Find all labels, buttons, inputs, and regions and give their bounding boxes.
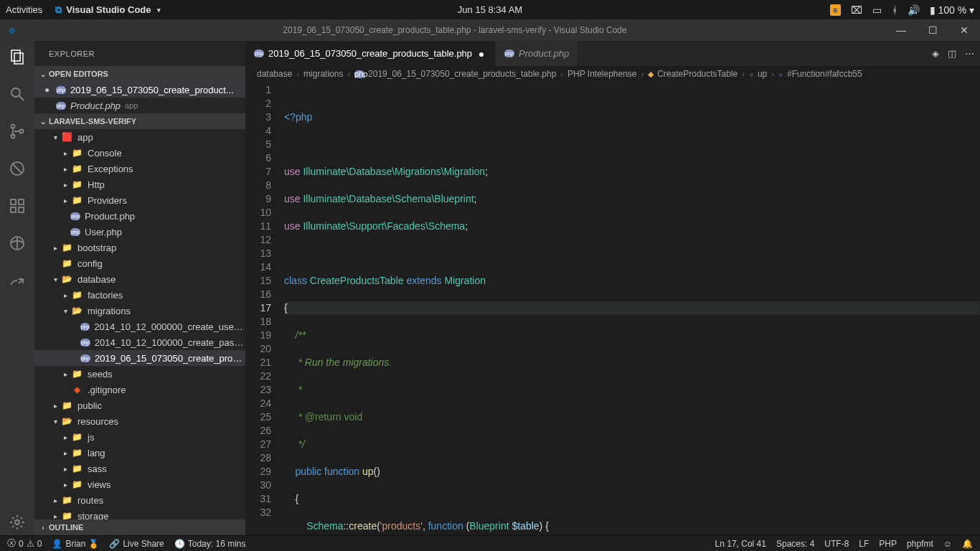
file-tree-item[interactable]: ▸📁routes [34,492,245,508]
chevron-icon: ▸ [60,291,70,299]
window-titlebar: ⟐ 2019_06_15_073050_create_products_tabl… [0,19,980,41]
status-liveshare[interactable]: 🔗Live Share [109,539,164,549]
file-tree-item[interactable]: 📁config [34,255,245,271]
svg-point-14 [15,520,19,524]
folder-icon: 📁 [60,511,73,519]
file-tree-item[interactable]: ▸📁sass [34,461,245,476]
file-tree-item[interactable]: ▸📁seeds [34,366,245,382]
chevron-icon: ▾ [50,276,60,283]
project-section-header[interactable]: ⌄ LARAVEL-SMS-VERIFY [34,113,245,129]
svg-rect-12 [19,199,24,204]
gnome-clock[interactable]: Jun 15 8:34 AM [458,4,522,15]
breadcrumb-item[interactable]: #Function#fafccb55 [787,69,862,79]
scm-activity-icon[interactable] [9,123,26,144]
split-editor-icon[interactable]: ◫ [948,48,956,59]
file-tree-item[interactable]: php2014_10_12_000000_create_users... [34,319,245,334]
code-editor[interactable]: 1234567891011121314151617181920212223242… [245,82,980,535]
file-tree-item[interactable]: ▾🟥app [34,129,245,145]
tree-item-label: 2019_06_15_073050_create_prod... [95,353,245,364]
file-tree-item[interactable]: ▸📁views [34,476,245,492]
status-language[interactable]: PHP [879,539,897,549]
outline-section-header[interactable]: › OUTLINE [34,519,245,535]
battery-icon[interactable]: ▮ 100 % ▾ [930,4,974,16]
section-label: OPEN EDITORS [49,70,108,78]
status-user[interactable]: 👤Brian 🏅 [52,539,99,549]
status-problems[interactable]: ⓧ 0 ⚠ 0 [7,537,42,550]
file-tree-item[interactable]: ▸📁storage [34,508,245,519]
file-tree-item[interactable]: php2019_06_15_073050_create_prod... [34,350,245,366]
php-file-icon: php [56,86,66,94]
status-feedback-icon[interactable]: ☺ [943,539,952,549]
vscode-icon: ⧉ [55,4,62,16]
file-tree-item[interactable]: ▸📁Console [34,145,245,161]
status-cursor-pos[interactable]: Ln 17, Col 41 [715,539,766,549]
breadcrumb-item[interactable]: PHP Intelephense [567,69,637,79]
chevron-icon: ▾ [50,133,60,141]
status-encoding[interactable]: UTF-8 [824,539,849,549]
compare-changes-icon[interactable]: ◈ [932,48,939,59]
file-tree-item[interactable]: ▸📁Http [34,176,245,192]
breadcrumb-item[interactable]: 2019_06_15_073050_create_products_table.… [368,69,556,79]
status-bell-icon[interactable]: 🔔 [962,539,973,549]
tree-item-label: User.php [85,227,122,237]
open-editor-item[interactable]: php Product.php app [34,98,245,113]
remote-activity-icon[interactable] [9,235,26,256]
folder-icon: 📁 [70,290,83,300]
file-tree-item[interactable]: ▸📁public [34,397,245,413]
tree-item-label: config [77,258,103,269]
open-editor-item[interactable]: ● php 2019_06_15_073050_create_product..… [34,82,245,98]
more-actions-icon[interactable]: ⋯ [965,48,974,59]
php-icon: php [80,339,90,347]
sidebar-title: EXPLORER [34,41,245,66]
explorer-activity-icon[interactable] [9,48,26,70]
class-icon: ◆ [648,70,654,79]
status-indentation[interactable]: Spaces: 4 [776,539,814,549]
breadcrumb-item[interactable]: database [257,69,292,79]
volume-icon[interactable]: 🔊 [908,4,920,16]
file-tree-item[interactable]: ▸📁Exceptions [34,161,245,176]
file-tree-item[interactable]: ▾📂resources [34,413,245,429]
indicator-icon[interactable]: ≡ [830,4,840,16]
file-tree-item[interactable]: ◆.gitignore [34,382,245,397]
file-tree-item[interactable]: ▸📁bootstrap [34,240,245,255]
file-tree-item[interactable]: ▾📂migrations [34,303,245,319]
window-maximize-button[interactable]: ☐ [917,24,948,36]
open-editors-section-header[interactable]: ⌄ OPEN EDITORS [34,66,245,82]
extensions-activity-icon[interactable] [9,197,26,219]
file-tree-item[interactable]: ▸📁Providers [34,192,245,208]
code-lines[interactable]: <?php use Illuminate\Database\Migrations… [284,82,980,535]
liveshare-activity-icon[interactable] [9,272,26,293]
file-tree-item[interactable]: ▸📁js [34,429,245,445]
php-file-icon: php [354,70,364,78]
status-eol[interactable]: LF [859,539,869,549]
editor-tab[interactable]: php Product.php [496,41,578,66]
bluetooth-icon[interactable]: ᚼ [892,4,897,16]
file-tree-item[interactable]: phpUser.php [34,224,245,240]
file-tree-item[interactable]: ▸📁lang [34,445,245,461]
folder-open-icon: 📂 [70,306,83,316]
gnome-activities[interactable]: Activities [6,4,42,15]
screen-icon[interactable]: ▭ [872,4,882,16]
keyboard-icon[interactable]: ⌧ [851,4,862,16]
window-close-button[interactable]: ✕ [948,24,980,36]
method-icon: ⬦ [749,70,754,78]
file-tree-item[interactable]: phpProduct.php [34,208,245,224]
status-wakatime[interactable]: 🕓Today: 16 mins [174,539,246,549]
settings-activity-icon[interactable] [9,514,26,535]
window-minimize-button[interactable]: — [885,24,917,36]
breadcrumb-item[interactable]: migrations [303,69,343,79]
search-activity-icon[interactable] [9,85,26,107]
tab-dirty-icon[interactable]: ● [476,48,486,60]
file-tree-item[interactable]: ▾📂database [34,271,245,287]
gnome-current-app[interactable]: ⧉ Visual Studio Code ▾ [55,4,160,16]
file-tree-item[interactable]: ▸📁factories [34,287,245,303]
breadcrumbs[interactable]: database› migrations› php2019_06_15_0730… [245,66,980,82]
breadcrumb-item[interactable]: CreateProductsTable [657,69,738,79]
status-formatter[interactable]: phpfmt [907,539,933,549]
debug-activity-icon[interactable] [9,160,26,182]
sidebar-explorer: EXPLORER ⌄ OPEN EDITORS ● php 2019_06_15… [34,41,245,535]
file-tree-item[interactable]: php2014_10_12_100000_create_pass... [34,334,245,350]
breadcrumb-item[interactable]: up [758,69,767,79]
editor-tab[interactable]: php 2019_06_15_073050_create_products_ta… [245,41,496,66]
php-file-icon: php [56,102,66,110]
